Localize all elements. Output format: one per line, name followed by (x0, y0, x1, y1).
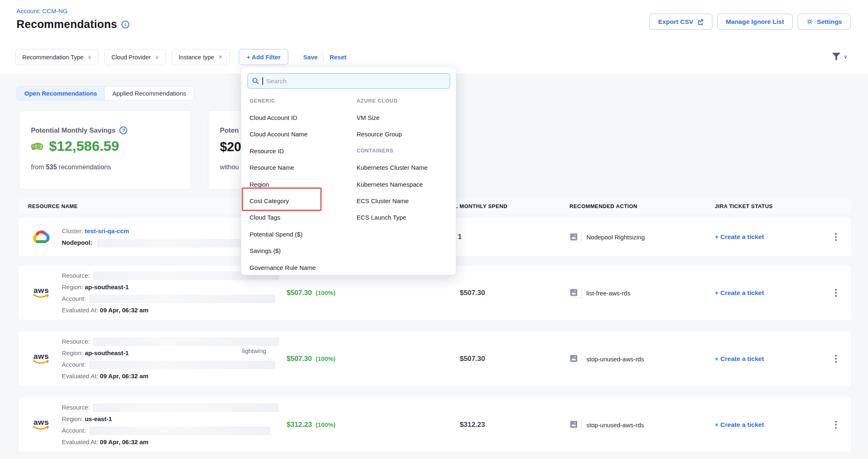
topbar-buttons: Export CSV Manage Ignore List Settings (649, 14, 851, 30)
aws-logo-icon: aws (31, 287, 51, 299)
breadcrumb[interactable]: Account: CCM-NG (16, 7, 68, 14)
export-csv-button[interactable]: Export CSV (649, 14, 712, 30)
filter-option-vm-size[interactable]: VM Size (356, 109, 453, 126)
dropdown-column-cloud: AZURE CLOUD VM Size Resource Group CONTA… (356, 93, 453, 226)
close-icon[interactable]: ✕ (218, 54, 223, 60)
filter-option-resource-group[interactable]: Resource Group (356, 126, 453, 143)
evaluated-at-value: 09 Apr, 06:32 am (100, 307, 149, 314)
filter-option-cloud-account-name[interactable]: Cloud Account Name (249, 126, 352, 143)
filter-chips: Recommendation Type ∨ Cloud Provider ∨ I… (15, 49, 346, 65)
resource-name-cell: Cluster: test-sri-qa-ccm Nodepool: (62, 225, 260, 248)
savings-value: $12,586.59 (49, 138, 119, 154)
action-label: Nodepool Rightsizing (586, 234, 645, 241)
manage-ignore-list-label: Manage Ignore List (726, 18, 784, 26)
filter-option-ecs-cluster-name[interactable]: ECS Cluster Name (356, 192, 453, 209)
savings-value: $507.30 (287, 289, 312, 297)
create-ticket-link[interactable]: + Create a ticket (715, 355, 764, 363)
savings-percent: (100%) (315, 421, 335, 428)
recommendations-page: Account: CCM-NG Recommendations i Export… (0, 0, 868, 459)
table-row: aws Resource: Region: us-east-1 Account:… (19, 398, 851, 452)
help-icon[interactable]: ? (119, 126, 127, 134)
add-filter-dropdown: GENERIC Cloud Account ID Cloud Account N… (241, 67, 456, 275)
settings-button[interactable]: Settings (798, 14, 851, 30)
redacted-value (89, 361, 275, 369)
redacted-value (97, 239, 260, 248)
filter-chip-cloud-provider[interactable]: Cloud Provider ∨ (104, 49, 166, 65)
potential-savings-cell: $507.30 (100%) (287, 289, 336, 297)
filter-chip-recommendation-type[interactable]: Recommendation Type ∨ (15, 49, 98, 65)
kebab-menu-icon[interactable] (833, 353, 838, 364)
recommended-action-cell: stop-unused-aws-rds (569, 419, 644, 430)
spend-value-fragment: $20 (220, 140, 241, 155)
resource-name-cell: Resource: Region: ap-southeast-1 Account… (62, 270, 279, 316)
kebab-menu-icon[interactable] (833, 287, 838, 298)
section-header-generic: GENERIC (249, 93, 352, 109)
cluster-line: Cluster: test-sri-qa-ccm (62, 225, 260, 237)
total-monthly-spend-cell: $507.30 (414, 355, 485, 363)
manage-ignore-list-button[interactable]: Manage Ignore List (717, 14, 793, 30)
cluster-label: Cluster: (62, 227, 83, 234)
create-ticket-link[interactable]: + Create a ticket (715, 289, 764, 297)
recommendations-tabs: Open Recommendations Applied Recommendat… (16, 86, 194, 101)
evaluated-at-label: Evaluated At: (62, 372, 98, 379)
tab-applied-recommendations[interactable]: Applied Recommendations (105, 87, 194, 100)
filter-option-ecs-launch-type[interactable]: ECS Launch Type (356, 209, 453, 226)
column-header-resource-name: RESOURCE NAME (28, 203, 78, 209)
region-label: Region: (62, 349, 83, 356)
dropdown-search[interactable] (247, 73, 450, 89)
card-value-row: $12,586.59 (30, 138, 119, 154)
redacted-value (89, 295, 275, 303)
broken-image-icon (569, 419, 582, 430)
external-link-icon (697, 19, 704, 25)
column-header-recommended-action: RECOMMENDED ACTION (569, 203, 637, 209)
kebab-menu-icon[interactable] (833, 419, 838, 430)
text-cursor (262, 77, 263, 85)
search-input[interactable] (266, 77, 446, 85)
aws-logo-icon: aws (31, 419, 51, 431)
create-ticket-link[interactable]: + Create a ticket (715, 421, 764, 429)
filter-option-cloud-account-id[interactable]: Cloud Account ID (249, 109, 352, 126)
card-title-row: Poten (220, 126, 239, 134)
filter-option-kubernetes-cluster-name[interactable]: Kubernetes Cluster Name (356, 159, 453, 176)
broken-image-icon (569, 288, 582, 298)
recommended-action-cell: list-free-aws-rds (569, 288, 630, 298)
filter-option-savings[interactable]: Savings ($) (249, 243, 352, 259)
gcp-logo-icon (31, 229, 51, 245)
filter-option-potential-spend[interactable]: Potential Spend ($) (249, 226, 352, 242)
tab-open-recommendations[interactable]: Open Recommendations (17, 87, 105, 100)
chevron-down-icon: ∨ (88, 54, 92, 60)
evaluated-at-label: Evaluated At: (62, 307, 98, 314)
nodepool-label: Nodepool: (62, 239, 92, 246)
region-value: ap-southeast-1 (85, 283, 129, 290)
create-ticket-label: + Create a ticket (715, 233, 764, 241)
savings-value: $507.30 (287, 355, 312, 363)
chevron-down-icon: ∨ (843, 54, 847, 60)
filter-option-region[interactable]: Region (249, 176, 352, 192)
info-icon[interactable]: i (121, 21, 129, 28)
top-bar: Account: CCM-NG Recommendations i Export… (0, 0, 868, 43)
dropdown-column-generic: GENERIC Cloud Account ID Cloud Account N… (249, 93, 352, 276)
filter-chip-instance-type[interactable]: Instance type ✕ (172, 49, 230, 65)
reset-filter-button[interactable]: Reset (329, 54, 346, 61)
create-ticket-link[interactable]: + Create a ticket (715, 233, 764, 241)
redacted-value (93, 337, 279, 346)
resource-label: Resource: (62, 404, 90, 411)
filter-option-cloud-tags[interactable]: Cloud Tags (249, 209, 352, 226)
filter-option-resource-name[interactable]: Resource Name (249, 159, 352, 176)
kebab-menu-icon[interactable] (833, 232, 838, 243)
create-ticket-label: + Create a ticket (715, 355, 764, 363)
save-filter-button[interactable]: Save (303, 54, 317, 61)
recommended-action-cell: stop-unused-aws-rds (569, 354, 644, 364)
cluster-link[interactable]: test-sri-qa-ccm (85, 227, 129, 234)
filter-option-cost-category[interactable]: Cost Category (249, 192, 352, 209)
region-label: Region: (62, 415, 83, 422)
account-label: Account: (62, 361, 86, 368)
filter-option-resource-id[interactable]: Resource ID (249, 143, 352, 159)
filter-option-kubernetes-namespace[interactable]: Kubernetes Namespace (356, 176, 453, 192)
filter-option-governance-rule-name[interactable]: Governance Rule Name (249, 259, 352, 276)
action-label: stop-unused-aws-rds (586, 355, 644, 362)
savings-percent: (100%) (315, 289, 335, 296)
savings-subtitle: from 535 recommendations (31, 164, 111, 171)
filter-funnel-button[interactable]: ∨ (831, 52, 847, 61)
add-filter-button[interactable]: + Add Filter (239, 49, 288, 65)
